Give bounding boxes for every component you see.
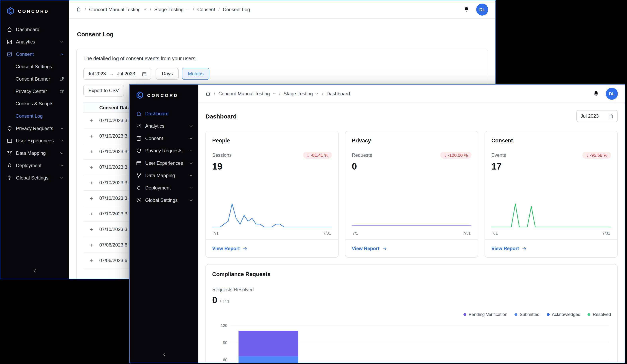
export-csv-button[interactable]: Export to CSV (83, 85, 124, 97)
metric-row: Events↓-95.58 % (491, 152, 611, 159)
user-avatar[interactable]: DL (476, 3, 488, 15)
breadcrumb: /Concord Manual Testing/Stage-Testing/Co… (76, 6, 250, 12)
sparkline-chart: 7/17/31 (352, 201, 471, 239)
sidebar-item-privacy-requests[interactable]: Privacy Requests (0, 122, 69, 134)
granularity-months-button[interactable]: Months (182, 68, 209, 80)
sidebar-item-user-experiences[interactable]: User Experiences (0, 134, 69, 147)
x-axis-start-label: 7/1 (213, 231, 218, 235)
bar-segment-submitted[interactable] (239, 357, 298, 363)
row-expand-button[interactable]: + (90, 211, 93, 217)
breadcrumb-home-icon[interactable] (76, 7, 81, 12)
sidebar-item-user-experiences[interactable]: User Experiences (130, 157, 198, 169)
desktop: CONCORDDashboardAnalyticsConsentConsent … (0, 0, 627, 364)
breadcrumb-item-concord-manual-testing[interactable]: Concord Manual Testing (89, 6, 147, 12)
sidebar-item-dashboard[interactable]: Dashboard (130, 107, 198, 120)
calendar-icon (608, 113, 613, 119)
home-icon (7, 27, 12, 32)
metric-card-consent: ConsentEvents↓-95.58 %177/17/31View Repo… (485, 131, 618, 258)
row-expand-button[interactable]: + (90, 164, 93, 170)
sidebar-item-consent[interactable]: Consent (0, 48, 69, 60)
sidebar-item-label: User Experiences (16, 138, 56, 143)
sidebar-item-global-settings[interactable]: Global Settings (0, 171, 69, 184)
expand-cell: + (83, 242, 99, 248)
metric-label: Sessions (212, 152, 232, 158)
row-expand-button[interactable]: + (90, 195, 93, 202)
bar-segment-pending-verification[interactable] (239, 331, 298, 357)
chevron-down-icon (143, 7, 147, 11)
sidebar-item-consent-settings[interactable]: Consent Settings (0, 60, 69, 73)
consent-date-cell: 07/10/2023 3: (99, 180, 129, 186)
consent-date-cell: 07/10/2023 3: (99, 164, 129, 170)
row-expand-button[interactable]: + (90, 117, 93, 124)
view-report-link[interactable]: View Report (352, 246, 387, 251)
breadcrumb-separator: / (322, 91, 323, 96)
row-expand-button[interactable]: + (90, 226, 93, 233)
legend-label: Resolved (593, 312, 611, 317)
sidebar-collapse-button[interactable] (0, 263, 69, 279)
x-axis-labels: 7/17/31 (352, 231, 471, 239)
user-avatar[interactable]: DL (606, 88, 618, 100)
row-expand-button[interactable]: + (90, 179, 93, 186)
expand-cell: + (83, 211, 99, 217)
sidebar-item-label: Data Mapping (16, 150, 56, 156)
sidebar-item-dashboard[interactable]: Dashboard (0, 23, 69, 36)
chevron-down-icon (59, 163, 64, 168)
date-range-picker[interactable]: Jul 2023 → Jul 2023 (83, 68, 151, 80)
sidebar-item-label: Analytics (145, 123, 185, 129)
breadcrumb-item-stage-testing[interactable]: Stage-Testing (284, 91, 319, 96)
sidebar-item-analytics[interactable]: Analytics (130, 120, 198, 132)
metric-card-footer: View Report (485, 239, 618, 252)
sidebar-item-global-settings[interactable]: Global Settings (130, 194, 198, 206)
date-from: Jul 2023 (88, 71, 106, 77)
sidebar-item-data-mapping[interactable]: Data Mapping (130, 169, 198, 181)
breadcrumb-label: Dashboard (326, 91, 350, 96)
granularity-days-button[interactable]: Days (156, 68, 179, 80)
date-range-arrow: → (109, 71, 114, 77)
notifications-bell-icon[interactable] (593, 90, 599, 97)
sidebar-item-data-mapping[interactable]: Data Mapping (0, 147, 69, 159)
view-report-link[interactable]: View Report (491, 246, 527, 251)
sidebar-item-cookies-scripts[interactable]: Cookies & Scripts (0, 97, 69, 110)
month-filter-select[interactable]: Jul 2023 (576, 110, 618, 122)
row-expand-button[interactable]: + (90, 242, 93, 248)
view-report-link[interactable]: View Report (212, 246, 248, 251)
sidebar-item-consent-log[interactable]: Consent Log (0, 110, 69, 122)
breadcrumb-item-consent-log[interactable]: Consent Log (223, 6, 250, 12)
sidebar-item-analytics[interactable]: Analytics (0, 36, 69, 48)
consent-date-cell: 07/06/2023 6: (99, 242, 129, 248)
chevron-down-icon (59, 151, 64, 155)
row-expand-button[interactable]: + (90, 133, 93, 139)
analytics-icon (136, 123, 142, 129)
breadcrumb-separator: / (150, 6, 151, 12)
sidebar-item-consent[interactable]: Consent (130, 132, 198, 144)
sidebar-item-consent-banner[interactable]: Consent Banner (0, 73, 69, 85)
sidebar-item-deployment[interactable]: Deployment (130, 181, 198, 194)
consent-icon (7, 51, 12, 57)
chevron-down-icon (59, 138, 64, 143)
chevron-down-icon (189, 198, 193, 203)
view-report-label: View Report (352, 246, 379, 251)
metric-card-footer: View Report (345, 239, 478, 252)
settings-icon (7, 175, 12, 180)
breadcrumb-item-dashboard[interactable]: Dashboard (326, 91, 350, 96)
sidebar: CONCORDDashboardAnalyticsConsentPrivacy … (130, 85, 198, 363)
sidebar-collapse-button[interactable] (130, 347, 198, 363)
metric-value: 19 (212, 161, 332, 172)
breadcrumb-item-stage-testing[interactable]: Stage-Testing (154, 6, 190, 12)
row-expand-button[interactable]: + (90, 257, 93, 264)
gridline-120 (231, 325, 609, 326)
column-header-consent-date: Consent Date (99, 105, 130, 110)
sidebar-item-deployment[interactable]: Deployment (0, 159, 69, 171)
row-expand-button[interactable]: + (90, 148, 93, 155)
consent-icon (136, 135, 142, 141)
view-report-label: View Report (212, 246, 240, 251)
sidebar-item-privacy-requests[interactable]: Privacy Requests (130, 144, 198, 157)
breadcrumb-home-icon[interactable] (206, 91, 210, 96)
sidebar-item-privacy-center[interactable]: Privacy Center (0, 85, 69, 97)
notifications-bell-icon[interactable] (463, 6, 470, 13)
breadcrumb-item-consent[interactable]: Consent (197, 6, 215, 12)
app-logo: CONCORD (130, 85, 198, 104)
breadcrumb-item-concord-manual-testing[interactable]: Concord Manual Testing (218, 91, 276, 96)
metric-card-title: Privacy (352, 138, 471, 144)
app-logo-text: CONCORD (18, 8, 49, 13)
